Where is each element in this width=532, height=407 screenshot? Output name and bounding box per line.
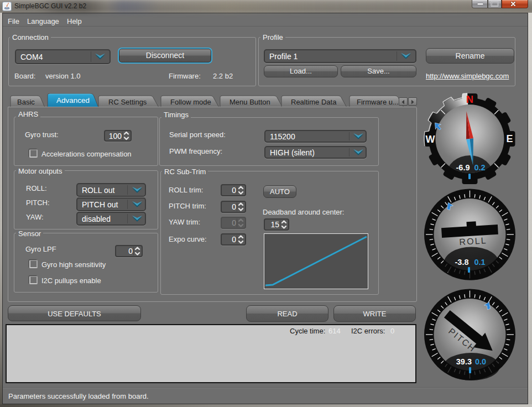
svg-text:0.2: 0.2 [474, 163, 486, 172]
svg-text:RC Settings: RC Settings [108, 98, 147, 106]
svg-text:-6.9: -6.9 [456, 163, 470, 172]
svg-text:Basic: Basic [17, 98, 35, 106]
svg-text:39.3: 39.3 [456, 357, 472, 366]
svg-text:N: N [466, 94, 473, 105]
svg-text:Firmware u...: Firmware u... [357, 98, 399, 106]
svg-text:Advanced: Advanced [56, 96, 90, 105]
svg-text:0.0: 0.0 [475, 357, 486, 366]
svg-text:E: E [506, 133, 513, 144]
svg-text:-3.8: -3.8 [455, 258, 469, 267]
svg-text:Menu Button: Menu Button [230, 98, 270, 106]
svg-text:Realtime Data: Realtime Data [291, 98, 337, 106]
svg-text:ROLL: ROLL [459, 236, 488, 247]
svg-text:0.1: 0.1 [474, 258, 486, 267]
svg-text:Follow mode: Follow mode [170, 98, 211, 106]
svg-text:W: W [426, 134, 435, 145]
